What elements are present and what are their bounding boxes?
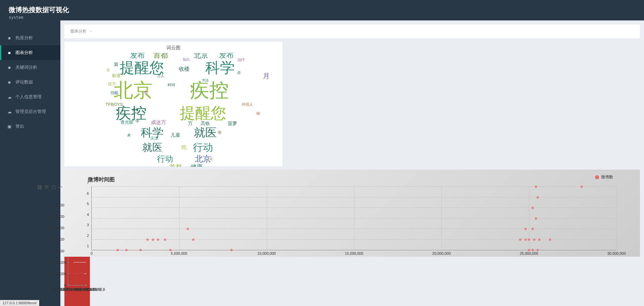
scatter-y-tick: 5 — [87, 202, 92, 206]
scatter-point[interactable] — [549, 238, 551, 241]
scatter-point[interactable] — [192, 238, 194, 241]
header: 微博热搜数据可视化 system — [0, 0, 644, 20]
scatter-point[interactable] — [169, 249, 171, 251]
wordcloud-word[interactable]: 达 — [106, 68, 110, 72]
wordcloud-word[interactable]: 菠萝 — [228, 121, 237, 127]
wordcloud-word[interactable]: 就医 — [194, 125, 217, 140]
wordcloud-word[interactable]: 儿童 — [170, 132, 180, 138]
sidebar-item[interactable]: ■评论数据 — [0, 75, 60, 89]
scatter-y-tick: 1 — [87, 244, 92, 248]
scatter-point[interactable] — [152, 238, 154, 241]
scatter-point[interactable] — [157, 238, 159, 241]
sidebar-item-label: 图表分析 — [15, 50, 33, 56]
wordcloud-word[interactable]: 万 — [188, 121, 193, 127]
scatter-point[interactable] — [531, 249, 534, 251]
scatter-point[interactable] — [524, 238, 527, 241]
gridline-v — [92, 187, 92, 250]
sidebar-item[interactable]: ☁管理员后台管理 — [0, 104, 60, 119]
scatter-point[interactable] — [533, 238, 535, 241]
folder-icon: ■ — [7, 80, 12, 85]
scatter-point[interactable] — [535, 186, 537, 188]
scatter-y-tick: 4 — [87, 212, 92, 217]
wordcloud-word[interactable]: 健康 — [191, 163, 203, 167]
wordcloud-word[interactable]: 知识 — [183, 57, 190, 62]
scatter-point[interactable] — [230, 249, 233, 251]
wordcloud-word[interactable]: 早 — [144, 90, 148, 96]
legend-label: 微博数 — [601, 174, 613, 180]
wordcloud-word[interactable]: 治疗 — [237, 57, 245, 62]
wordcloud-word[interactable]: 烟 — [256, 111, 260, 116]
scatter-x-tick: 0 — [91, 250, 93, 255]
scatter-point[interactable] — [524, 228, 527, 230]
wordcloud-word[interactable]: 成达万 — [151, 119, 166, 126]
scatter-point[interactable] — [117, 249, 119, 251]
scatter-point[interactable] — [535, 217, 537, 220]
wordcloud-word[interactable]: 提升 — [108, 81, 116, 86]
cloud-icon: ☁ — [7, 109, 12, 114]
scatter-point[interactable] — [538, 238, 541, 241]
scatter-point[interactable] — [580, 186, 583, 188]
scatter-point[interactable] — [528, 249, 530, 251]
sidebar-item[interactable]: ☁个人信息管理 — [0, 89, 60, 104]
wordcloud-panel: 词云图 北京疾控疾控提醒您提醒您科学科学就医就医行动行动北京发布首都北京发布首都… — [64, 42, 282, 166]
breadcrumb-item[interactable]: 图表分析 — [70, 29, 87, 34]
data-view-icon[interactable]: ▤ — [37, 184, 42, 190]
wordcloud-word[interactable]: 首都 — [153, 53, 168, 60]
wordcloud-word[interactable]: 年 — [218, 130, 222, 136]
scatter-point[interactable] — [537, 196, 539, 198]
scatter-point[interactable] — [146, 238, 149, 241]
wordcloud-word[interactable]: 发布 — [219, 53, 234, 60]
scatter-point[interactable] — [537, 249, 539, 251]
wordcloud-word[interactable]: 疾控 — [190, 77, 229, 104]
scatter-point[interactable] — [140, 249, 142, 251]
wordcloud-word[interactable]: TFBOYS — [106, 102, 123, 107]
wordcloud-word[interactable]: 世界 — [132, 108, 139, 112]
sidebar-item[interactable]: ■关键词分析 — [0, 60, 60, 75]
scatter-point[interactable] — [531, 228, 534, 230]
legend-swatch-icon — [595, 175, 599, 179]
wordcloud-word[interactable]: 会 — [237, 70, 241, 75]
scatter-point[interactable] — [528, 238, 530, 241]
wordcloud-word[interactable]: 科学 — [205, 58, 235, 78]
sidebar-item[interactable]: ■热度分析 — [0, 30, 60, 45]
wordcloud-word[interactable]: 吃 — [181, 144, 187, 151]
zoom-box-icon[interactable]: ◻ — [52, 184, 56, 190]
scatter-point[interactable] — [531, 207, 534, 209]
scatter-x-tick: 5,000,000 — [171, 250, 187, 255]
scatter-point[interactable] — [519, 238, 522, 241]
wordcloud-word[interactable]: 近 — [210, 157, 213, 161]
wordcloud-word[interactable]: 行动 — [193, 141, 213, 155]
wordcloud-area[interactable]: 北京疾控疾控提醒您提醒您科学科学就医就医行动行动北京发布首都北京发布首都健康收楼… — [68, 53, 279, 167]
wordcloud-word[interactable]: 高铁 — [201, 121, 210, 127]
scatter-point[interactable] — [186, 228, 189, 230]
wordcloud-word[interactable]: 篇 — [114, 61, 118, 67]
refresh-icon[interactable]: ⟳ — [45, 184, 49, 190]
wordcloud-word[interactable]: 时间 — [168, 82, 175, 87]
wordcloud-word[interactable]: 北京 — [194, 53, 208, 60]
wordcloud-word[interactable]: 天津 — [150, 136, 158, 141]
wordcloud-word[interactable]: 标准 — [112, 73, 121, 79]
wordcloud-word[interactable]: 功能 — [110, 90, 118, 96]
scatter-point[interactable] — [164, 238, 166, 241]
scatter-legend[interactable]: 微博数 — [595, 174, 613, 180]
wordcloud-word[interactable]: 万人 — [157, 73, 164, 78]
zoom-reset-icon[interactable]: ⤺ — [58, 184, 63, 190]
gridline-v — [179, 187, 179, 250]
cloud-icon: ☁ — [7, 95, 12, 100]
scatter-plot[interactable]: 123456705,000,00010,000,00015,000,00020,… — [91, 187, 616, 250]
wordcloud-word[interactable]: 外国人 — [242, 102, 253, 107]
wordcloud-word[interactable]: 未 — [127, 132, 131, 137]
wordcloud-word[interactable]: 就医 — [142, 141, 162, 155]
scatter-point[interactable] — [125, 249, 128, 251]
sidebar-item-label: 登出 — [15, 123, 24, 129]
wordcloud-word[interactable]: 中 — [136, 119, 140, 124]
folder-icon: ■ — [7, 50, 12, 55]
wordcloud-word[interactable]: 月 — [263, 71, 270, 80]
wordcloud-word[interactable]: 方法 — [202, 78, 209, 83]
wordcloud-word[interactable]: 收楼 — [179, 65, 190, 72]
wordcloud-word[interactable]: 青光眼 — [120, 119, 133, 125]
sidebar-item[interactable]: ▣登出 — [0, 119, 60, 134]
wordcloud-word[interactable]: 发布 — [130, 53, 145, 60]
wordcloud-word[interactable]: 首都 — [169, 163, 181, 167]
sidebar-item[interactable]: ■图表分析 — [0, 45, 60, 60]
